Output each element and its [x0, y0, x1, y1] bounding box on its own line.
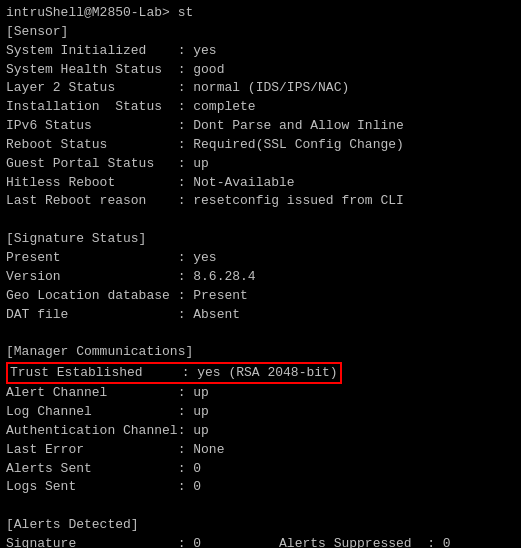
spacer2	[6, 324, 515, 343]
signature-alerts: Signature : 0 Alerts Suppressed : 0	[6, 535, 515, 548]
system-health-status: System Health Status : good	[6, 61, 515, 80]
manager-header: [Manager Communications]	[6, 343, 515, 362]
last-error: Last Error : None	[6, 441, 515, 460]
version: Version : 8.6.28.4	[6, 268, 515, 287]
ipv6-status: IPv6 Status : Dont Parse and Allow Inlin…	[6, 117, 515, 136]
reboot-status: Reboot Status : Required(SSL Config Chan…	[6, 136, 515, 155]
hitless-reboot: Hitless Reboot : Not-Available	[6, 174, 515, 193]
terminal: intruShell@M2850-Lab> st [Sensor] System…	[6, 4, 515, 548]
present: Present : yes	[6, 249, 515, 268]
geo-location-db: Geo Location database : Present	[6, 287, 515, 306]
log-channel: Log Channel : up	[6, 403, 515, 422]
last-reboot-reason: Last Reboot reason : resetconfig issued …	[6, 192, 515, 211]
trust-established-highlight: Trust Established : yes (RSA 2048-bit)	[6, 362, 342, 384]
spacer3	[6, 497, 515, 516]
logs-sent: Logs Sent : 0	[6, 478, 515, 497]
sensor-header: [Sensor]	[6, 23, 515, 42]
system-initialized: System Initialized : yes	[6, 42, 515, 61]
signature-header: [Signature Status]	[6, 230, 515, 249]
alerts-header: [Alerts Detected]	[6, 516, 515, 535]
alerts-sent: Alerts Sent : 0	[6, 460, 515, 479]
authentication-channel: Authentication Channel: up	[6, 422, 515, 441]
layer2-status: Layer 2 Status : normal (IDS/IPS/NAC)	[6, 79, 515, 98]
alert-channel: Alert Channel : up	[6, 384, 515, 403]
guest-portal-status: Guest Portal Status : up	[6, 155, 515, 174]
spacer1	[6, 211, 515, 230]
installation-status: Installation Status : complete	[6, 98, 515, 117]
prompt-line: intruShell@M2850-Lab> st	[6, 4, 515, 23]
dat-file: DAT file : Absent	[6, 306, 515, 325]
trust-established: Trust Established : yes (RSA 2048-bit)	[6, 362, 515, 384]
